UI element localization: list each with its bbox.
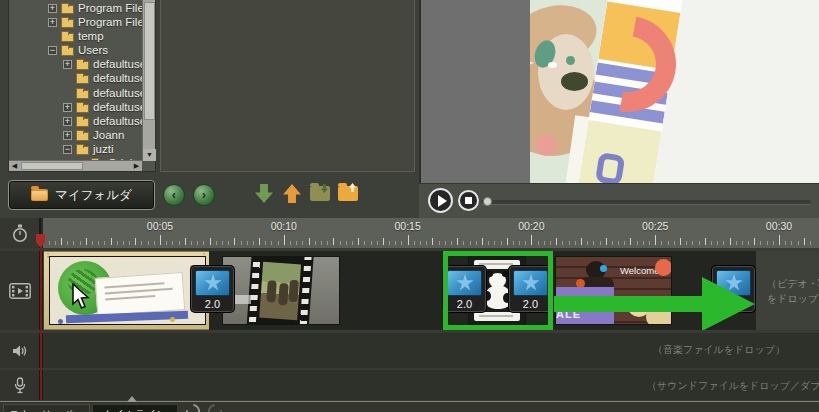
ruler-tick: [352, 241, 353, 245]
footer-bar: ストーリーボード タイムライン: [0, 401, 819, 412]
ruler-tick: [513, 241, 514, 245]
file-list-panel[interactable]: [160, 0, 415, 172]
ruler-tick: [779, 235, 780, 245]
tree-item[interactable]: defaultuser: [9, 72, 142, 86]
voice-track-lane[interactable]: （サウンドファイルをドロップ／ダブルクリックで録音: [43, 370, 819, 400]
seek-slider-knob[interactable]: [483, 197, 492, 206]
ruler-tick: [587, 241, 588, 245]
tree-vertical-scrollbar[interactable]: ▼: [142, 0, 155, 161]
my-folder-button[interactable]: マイフォルダ: [8, 180, 155, 210]
music-track-lane[interactable]: （音楽ファイルをドロップ）: [43, 333, 819, 368]
move-down-arrow-icon[interactable]: [255, 184, 273, 203]
timeline-ruler-row: 00:0500:1000:1500:2000:2500:30: [0, 218, 819, 248]
tree-item[interactable]: +Joann: [9, 129, 142, 143]
ruler-tick: [61, 238, 62, 245]
ruler-tick: [241, 241, 242, 245]
scroll-left-arrow-icon[interactable]: ◀: [9, 161, 20, 171]
tree-item[interactable]: +Program Files: [9, 16, 142, 30]
ruler-tick: [760, 241, 761, 245]
tree-item[interactable]: +Program Files: [9, 2, 142, 16]
time-ruler[interactable]: 00:0500:1000:1500:2000:2500:30: [43, 218, 819, 248]
ruler-tick: [371, 241, 372, 245]
tree-item[interactable]: temp: [9, 30, 142, 44]
expand-icon[interactable]: +: [63, 103, 72, 112]
ruler-tick: [562, 241, 563, 245]
ruler-tick: [135, 238, 136, 245]
clip-scrapbook[interactable]: [49, 256, 206, 325]
tree-item-label: Program Files: [78, 16, 142, 28]
ruler-tick: [172, 241, 173, 245]
ruler-tick: [556, 238, 557, 245]
ruler-tick: [661, 241, 662, 245]
ruler-tick: [538, 241, 539, 245]
expand-icon[interactable]: +: [48, 4, 57, 13]
video-track-lane[interactable]: ⁞⁞: [43, 251, 819, 330]
back-button[interactable]: ‹: [163, 184, 185, 206]
play-button[interactable]: [428, 188, 453, 213]
folder-icon: [76, 132, 89, 141]
tab-timeline[interactable]: タイムライン: [92, 404, 178, 412]
ruler-tick: [67, 241, 68, 245]
tree-item-label: Joann: [93, 129, 124, 141]
move-up-arrow-icon[interactable]: [283, 184, 301, 203]
transition-clip[interactable]: 2.0: [191, 266, 234, 312]
ruler-time-label: 00:25: [638, 220, 672, 232]
ruler-tick: [160, 235, 161, 245]
ruler-tick: [767, 241, 768, 245]
clip-welcome-sale[interactable]: Welcome MMER ALE: [555, 256, 672, 325]
expand-icon[interactable]: +: [63, 131, 72, 140]
ruler-tick: [166, 241, 167, 245]
star-icon: [204, 274, 222, 292]
import-to-folder-icon[interactable]: [310, 186, 330, 201]
ruler-tick: [692, 241, 693, 245]
speaker-icon: [0, 333, 41, 368]
expand-icon[interactable]: +: [48, 18, 57, 27]
video-track-hint: （ビデオ・写 をドロップ: [767, 276, 819, 306]
ruler-tick: [798, 241, 799, 245]
decor: [246, 256, 314, 325]
tab-storyboard[interactable]: ストーリーボード: [3, 404, 90, 412]
tree-item[interactable]: +defaultuser: [9, 115, 142, 129]
forward-button[interactable]: ›: [193, 184, 215, 206]
tree-item[interactable]: +defaultuser: [9, 58, 142, 72]
tree-horizontal-scrollbar[interactable]: ◀ ▶: [9, 160, 142, 171]
voice-track-row: （サウンドファイルをドロップ／ダブルクリックで録音: [0, 370, 819, 400]
collapse-icon[interactable]: −: [63, 145, 72, 154]
tree-item[interactable]: −juzti: [9, 143, 142, 157]
scrollbar-thumb[interactable]: [144, 2, 155, 120]
tree-item[interactable]: defaultuser: [9, 87, 142, 101]
ruler-tick: [148, 241, 149, 245]
clip-filmstrip[interactable]: [222, 256, 340, 325]
ruler-tick: [185, 238, 186, 245]
ruler-tick: [575, 241, 576, 245]
scroll-right-arrow-icon[interactable]: ▶: [131, 161, 142, 171]
ruler-tick: [804, 238, 805, 245]
ruler-tick: [302, 241, 303, 245]
export-from-folder-icon[interactable]: [338, 186, 358, 201]
ruler-tick: [717, 241, 718, 245]
voice-track-hint: （サウンドファイルをドロップ／ダブルクリックで録音: [647, 379, 819, 393]
collapse-icon[interactable]: −: [48, 46, 57, 55]
scrollbar-thumb[interactable]: [21, 162, 83, 170]
tree-item-label: juzti: [93, 143, 113, 155]
clock-icon: [0, 218, 41, 248]
mouse-cursor-icon: [71, 283, 91, 311]
scroll-down-arrow-icon[interactable]: ▼: [143, 149, 156, 161]
expand-icon[interactable]: +: [63, 60, 72, 69]
ruler-tick: [377, 241, 378, 245]
tree-item[interactable]: +defaultuser: [9, 101, 142, 115]
ruler-tick: [247, 241, 248, 245]
expand-icon[interactable]: +: [63, 117, 72, 126]
folder-icon: [76, 90, 89, 99]
ruler-tick: [55, 241, 56, 245]
ruler-tick: [197, 241, 198, 245]
seek-slider[interactable]: [481, 200, 811, 204]
ruler-tick: [123, 241, 124, 245]
ruler-tick: [290, 241, 291, 245]
ruler-tick: [228, 241, 229, 245]
ruler-time-label: 00:20: [514, 220, 548, 232]
ruler-tick: [284, 235, 285, 245]
tree-item[interactable]: −Users: [9, 44, 142, 58]
ruler-tick: [736, 241, 737, 245]
stop-button[interactable]: [458, 190, 479, 211]
